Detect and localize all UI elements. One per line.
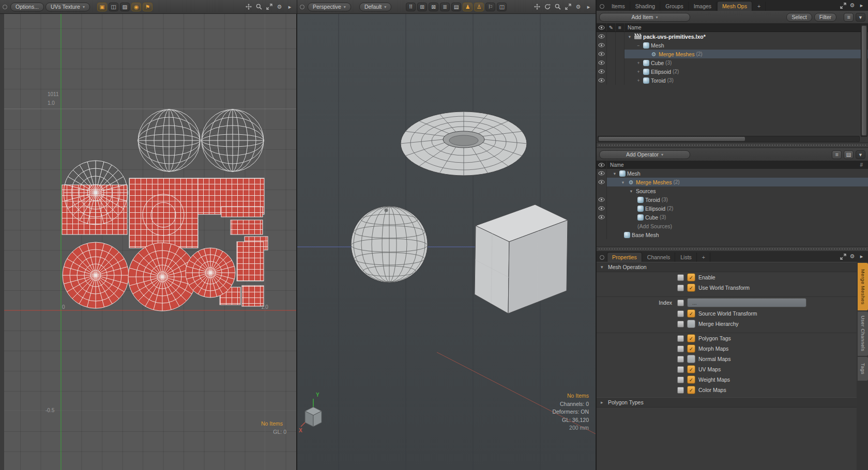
list-style-button[interactable]: ≡ <box>844 13 854 22</box>
item-row-toroid[interactable]: + Toroid (3) <box>597 76 868 85</box>
channel-mini-box[interactable] <box>677 346 684 352</box>
edit-cell[interactable] <box>607 76 616 85</box>
list-menu-button[interactable]: ▾ <box>856 13 865 22</box>
uv-snap-icon[interactable]: ⚑ <box>143 3 153 11</box>
panel-corner-handle[interactable] <box>600 4 604 9</box>
visibility-eye-icon[interactable] <box>597 58 607 67</box>
tag-cell[interactable] <box>616 76 625 85</box>
expander-icon[interactable]: ▾ <box>627 34 633 39</box>
merge-hierarchy-checkbox[interactable] <box>687 320 695 328</box>
expander-icon[interactable]: + <box>635 78 642 83</box>
edit-cell[interactable] <box>607 67 616 76</box>
tab-mesh-ops[interactable]: Mesh Ops <box>717 1 752 11</box>
normal-maps-checkbox[interactable] <box>687 355 695 363</box>
polygon-tags-checkbox[interactable]: ✓ <box>687 334 695 342</box>
index-field[interactable]: ... <box>687 298 806 307</box>
tag-cell[interactable] <box>616 50 625 58</box>
tab-properties[interactable]: Properties <box>607 252 642 262</box>
weight-maps-checkbox[interactable]: ✓ <box>687 375 695 384</box>
viewport-gear-icon[interactable]: ⚙ <box>574 3 583 11</box>
tab-images[interactable]: Images <box>689 2 717 11</box>
viewport-more-arrow-icon[interactable]: ▸ <box>584 3 593 11</box>
channel-mini-box[interactable] <box>677 335 684 342</box>
uv-frame-icon[interactable]: ▣ <box>97 3 107 11</box>
visibility-eye-icon[interactable] <box>597 204 607 213</box>
color-maps-checkbox[interactable]: ✓ <box>687 386 695 394</box>
uv-overlay-icon[interactable]: ◫ <box>109 3 118 11</box>
expander-icon[interactable]: ▾ <box>612 171 618 176</box>
channel-mini-box[interactable] <box>677 300 684 306</box>
panel-corner-handle[interactable] <box>300 5 304 9</box>
use-world-transform-checkbox[interactable]: ✓ <box>687 284 695 292</box>
item-row-cube[interactable]: + Cube (3) <box>597 58 868 67</box>
filter-button[interactable]: Filter <box>814 13 836 22</box>
panel-more-arrow-icon[interactable]: ▸ <box>857 1 866 10</box>
tag-cell[interactable] <box>616 32 625 41</box>
uv-settings-gear-icon[interactable]: ⚙ <box>275 3 284 11</box>
source-world-transform-checkbox[interactable]: ✓ <box>687 309 695 318</box>
item-row-ellipsoid[interactable]: + Ellipsoid (2) <box>597 67 868 76</box>
shade-style-icon[interactable]: ▤ <box>451 3 461 11</box>
uv-maximize-icon[interactable] <box>265 3 273 11</box>
side-tab-tags[interactable]: Tags <box>858 357 868 381</box>
add-item-dropdown[interactable]: Add Item▾ <box>599 13 690 22</box>
expander-icon[interactable]: ▾ <box>628 189 634 194</box>
props-maximize-icon[interactable] <box>839 252 847 261</box>
op-row-sources[interactable]: ▾ Sources <box>597 186 868 195</box>
panel-resize-grip[interactable] <box>597 246 868 252</box>
expander-icon[interactable]: + <box>635 69 642 74</box>
select-button[interactable]: Select <box>786 13 812 22</box>
op-row-merge-meshes[interactable]: ▾ ⚙ Merge Meshes (2) <box>597 178 868 186</box>
tag-cell[interactable] <box>616 67 625 76</box>
op-list-menu-button[interactable]: ▾ <box>856 150 865 159</box>
viewport-pan-icon[interactable] <box>532 3 541 11</box>
camera-dropdown[interactable]: Perspective▾ <box>308 3 351 11</box>
quad-view-icon[interactable]: ⊞ <box>417 3 427 11</box>
op-row-mesh[interactable]: ▾ Mesh <box>597 169 868 178</box>
side-tab-user-channels[interactable]: User Channels <box>858 311 868 356</box>
channel-mini-box[interactable] <box>677 285 684 291</box>
items-mode-icon[interactable]: ◫ <box>497 3 507 11</box>
gutter-cell[interactable] <box>597 222 607 230</box>
item-row-merge-meshes[interactable]: ⚙ Merge Meshes (2) <box>597 50 868 58</box>
tag-cell[interactable] <box>616 41 625 50</box>
edit-cell[interactable] <box>607 41 616 50</box>
panel-maximize-icon[interactable] <box>839 1 847 10</box>
morph-maps-checkbox[interactable]: ✓ <box>687 344 695 353</box>
edit-cell[interactable] <box>607 32 616 41</box>
expander-icon[interactable]: ▾ <box>620 180 626 185</box>
tab-shading[interactable]: Shading <box>631 2 661 11</box>
shading-dropdown[interactable]: Default▾ <box>359 3 391 11</box>
viewport-rotate-icon[interactable] <box>543 3 552 11</box>
uv-canvas[interactable]: 1011 1.0 0 1.0 -0.5 No Items GL: 0 <box>4 13 297 470</box>
visibility-eye-icon[interactable] <box>597 76 607 85</box>
uv-options-button[interactable]: Options... <box>10 3 44 11</box>
edges-mode-icon[interactable]: ♙ <box>474 3 484 11</box>
tag-cell[interactable] <box>616 58 625 67</box>
channel-mini-box[interactable] <box>677 321 684 327</box>
panel-gear-icon[interactable]: ⚙ <box>848 1 857 10</box>
uv-more-arrow-icon[interactable]: ▸ <box>285 3 294 11</box>
uv-pan-icon[interactable] <box>244 3 253 11</box>
visibility-eye-icon[interactable] <box>597 32 607 41</box>
tab-lists[interactable]: Lists <box>676 253 697 262</box>
mesh-operation-section-header[interactable]: ▾ Mesh Operation <box>597 262 857 272</box>
uv-maps-checkbox[interactable]: ✓ <box>687 365 695 373</box>
visibility-eye-icon[interactable] <box>597 67 607 76</box>
uv-checker-icon[interactable]: ▨ <box>120 3 130 11</box>
viewport-canvas[interactable]: Y X No Items Channels: 0 Deformers: ON G… <box>297 13 596 470</box>
expander-icon[interactable]: − <box>635 43 642 48</box>
wireframe-icon[interactable]: ≣ <box>440 3 450 11</box>
vertices-mode-icon[interactable]: ♟ <box>463 3 473 11</box>
op-tree-empty-area[interactable] <box>597 239 868 246</box>
polygons-mode-icon[interactable]: ⚐ <box>485 3 495 11</box>
visibility-eye-icon[interactable] <box>597 178 607 186</box>
polygon-types-section-header[interactable]: ▸ Polygon Types <box>597 397 857 408</box>
side-tab-merge-meshes[interactable]: Merge Meshes <box>858 263 868 310</box>
tab-items[interactable]: Items <box>607 2 630 11</box>
expander-icon[interactable]: + <box>635 60 642 66</box>
props-gear-icon[interactable]: ⚙ <box>848 252 857 261</box>
edit-cell[interactable] <box>607 58 616 67</box>
edit-cell[interactable] <box>607 50 616 58</box>
op-list-style-b-button[interactable]: ▤ <box>844 150 854 159</box>
